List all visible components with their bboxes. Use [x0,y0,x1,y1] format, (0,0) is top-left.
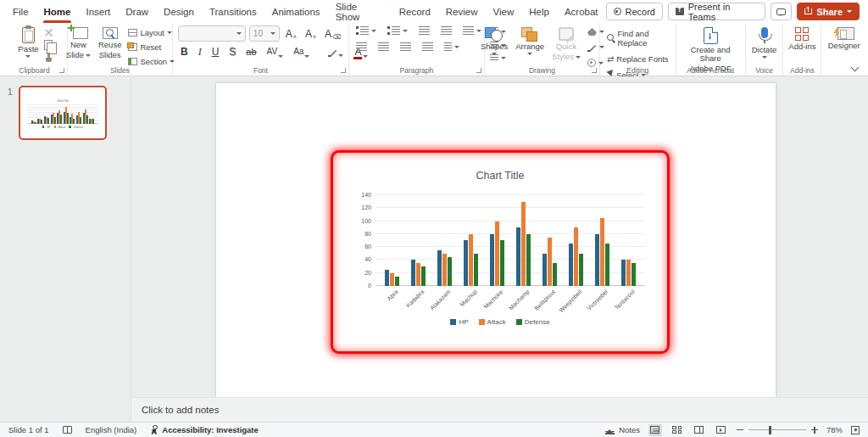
zoom-in-button[interactable] [811,427,818,434]
reading-view-icon [694,426,704,434]
menu-tab-design[interactable]: Design [156,0,202,23]
x-axis-label: Machoke [484,286,510,317]
menu-tab-view[interactable]: View [486,0,522,23]
layout-button[interactable]: Layout [126,27,176,38]
font-size-combobox[interactable] [249,25,280,42]
change-case-button[interactable]: Aa [291,46,312,58]
increase-font-size-button[interactable]: A˄ [283,28,299,40]
slideshow-button[interactable] [715,424,728,436]
chart-bar [490,234,494,286]
menu-tab-draw[interactable]: Draw [118,0,156,23]
red-annotation-box: Chart Title020406080100120140AbraKadabra… [331,150,670,354]
notes-toggle-button[interactable]: Notes [605,425,640,434]
section-label: Section [140,57,167,66]
reset-button[interactable]: Reset [126,42,176,53]
font-name-input[interactable] [182,29,233,38]
drawing-dialog-launcher[interactable] [592,68,597,73]
align-center-button[interactable] [376,42,391,52]
addins-button[interactable]: Add-ins [786,25,818,53]
normal-view-button[interactable] [648,424,662,436]
arrange-button[interactable]: Arrange [513,25,547,57]
new-slide-button[interactable]: New Slide [64,25,93,61]
slide-canvas[interactable]: Chart Title020406080100120140AbraKadabra… [216,83,776,397]
font-size-input[interactable] [253,29,267,38]
chart-columns [27,105,98,124]
text-shadow-button[interactable]: S [226,46,238,58]
align-right-button[interactable] [398,42,413,52]
cut-icon[interactable] [44,28,53,37]
designer-button[interactable]: Designer [826,25,863,52]
legend-label: HP [47,126,50,129]
numbering-button[interactable] [386,25,409,36]
slide-indicator[interactable]: Slide 1 of 1 [8,425,49,434]
strikethrough-button[interactable]: ab [243,46,259,58]
decrease-indent-button[interactable] [417,25,431,36]
zoom-slider[interactable] [748,429,806,430]
align-left-button[interactable] [354,42,369,52]
ribbon: Paste Clipboard New Slide Reuse Slides [0,23,868,76]
group-label-slides: Slides [68,66,172,75]
highlight-color-button[interactable] [326,48,346,57]
fit-to-window-button[interactable] [851,426,860,434]
columns-button[interactable] [442,42,461,52]
reuse-slides-button[interactable]: Reuse Slides [96,25,124,61]
slide-sorter-view-button[interactable] [670,424,684,436]
menu-tab-review[interactable]: Review [438,0,486,23]
zoom-level[interactable]: 78% [826,425,843,434]
reading-view-button[interactable] [693,424,706,436]
character-spacing-button[interactable]: AV [264,46,287,58]
menu-tab-acrobat[interactable]: Acrobat [557,0,606,23]
menu-tab-animations[interactable]: Animations [264,0,328,23]
comments-button[interactable] [771,3,792,20]
decrease-font-size-button[interactable]: A˅ [303,28,319,40]
slide-thumbnail[interactable]: Chart TitleHPAttackDefense [19,86,107,140]
menu-tab-insert[interactable]: Insert [78,0,118,23]
zoom-out-button[interactable] [737,429,743,431]
menu-tab-record[interactable]: Record [392,0,438,23]
bullets-button[interactable] [354,25,378,36]
new-slide-icon [73,27,88,39]
font-name-combobox[interactable] [178,25,246,42]
menu-tab-file[interactable]: File [5,0,36,23]
accessibility-button[interactable]: Accessibility: Investigate [150,425,259,434]
spellcheck-button[interactable] [63,426,72,434]
chart-bar [553,263,557,286]
record-button[interactable]: Record [606,3,663,20]
paste-button[interactable]: Paste [15,25,41,59]
decrease-indent-icon [419,26,430,35]
format-painter-icon[interactable] [44,53,53,63]
ribbon-group-clipboard: Paste Clipboard [2,23,68,76]
zoom-slider-thumb[interactable] [769,426,771,434]
chart-body: 020406080100120140AbraKadabraAlakazamMac… [376,195,645,317]
chart[interactable]: Chart Title020406080100120140AbraKadabra… [345,170,655,326]
shapes-button[interactable]: Shapes [478,25,510,57]
replace-fonts-button[interactable]: ⇄ Replace Fonts [605,53,674,64]
justify-button[interactable] [420,42,435,52]
menu-tab-help[interactable]: Help [521,0,557,23]
language-button[interactable]: English (India) [86,425,137,434]
chart-title: Chart Title [345,170,655,182]
highlighter-icon [328,48,337,57]
quick-styles-button[interactable]: Quick Styles [549,25,583,63]
italic-button[interactable]: I [196,46,204,58]
paragraph-dialog-launcher[interactable] [476,68,481,73]
font-dialog-launcher[interactable] [341,68,346,73]
menu-tab-home[interactable]: Home [36,0,79,23]
bold-button[interactable]: B [178,46,191,58]
dictate-button[interactable]: Dictate [749,25,780,60]
increase-indent-button[interactable] [439,25,453,36]
menu-tab-transitions[interactable]: Transitions [202,0,264,23]
x-axis-label: Machop [458,286,484,317]
notes-pane[interactable]: Click to add notes [131,397,868,422]
find-and-replace-button[interactable]: Find and Replace [605,28,674,48]
clear-formatting-button[interactable]: A⌫ [322,28,343,40]
menu-tab-slideshow[interactable]: Slide Show [328,0,392,23]
copy-icon[interactable] [44,40,53,50]
chart-category-labels: AbraKadabraAlakazamMachopMachokeMachampB… [376,286,645,317]
underline-button[interactable]: U [209,46,222,58]
clipboard-dialog-launcher[interactable] [59,68,64,73]
present-in-teams-button[interactable]: Present in Teams [668,3,765,20]
teams-icon [676,8,684,15]
slide-sorter-icon [672,426,682,434]
share-button[interactable]: Share [797,3,860,20]
